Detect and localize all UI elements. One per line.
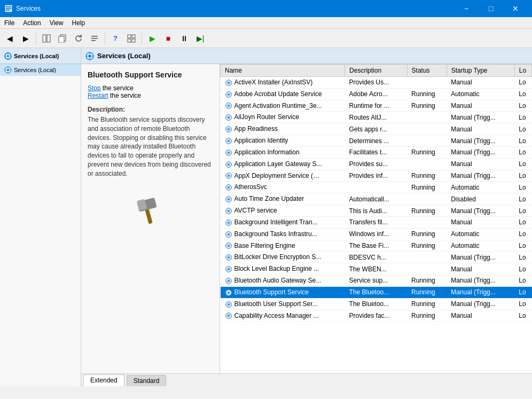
table-row[interactable]: App ReadinessGets apps r...ManualLo bbox=[221, 123, 532, 135]
copy-button[interactable] bbox=[55, 31, 70, 46]
refresh-button[interactable] bbox=[71, 31, 86, 46]
svg-point-47 bbox=[228, 140, 230, 142]
cell-status bbox=[407, 158, 447, 170]
cell-startup: Automatic bbox=[447, 88, 514, 100]
back-button[interactable]: ◀ bbox=[2, 31, 17, 46]
menu-help[interactable]: Help bbox=[68, 17, 90, 28]
cell-name: Application Layer Gateway S... bbox=[221, 158, 345, 170]
cell-lo: Lo bbox=[514, 170, 531, 182]
nav-item-services-local[interactable]: Services (Local) bbox=[0, 64, 81, 76]
table-row[interactable]: AllJoyn Router ServiceRoutes AllJ...Manu… bbox=[221, 112, 532, 123]
cell-description: The Base Fi... bbox=[345, 240, 408, 252]
show-hide-button[interactable] bbox=[39, 31, 54, 46]
table-row[interactable]: Bluetooth Support ServiceThe Bluetoo...R… bbox=[221, 286, 532, 298]
properties-button[interactable] bbox=[87, 31, 102, 46]
cell-lo: Lo bbox=[514, 100, 531, 112]
pause-button[interactable]: ⏸ bbox=[177, 31, 192, 46]
svg-point-45 bbox=[228, 128, 230, 130]
service-gear-icon bbox=[225, 312, 232, 319]
table-row[interactable]: AtherosSvcRunningAutomaticLo bbox=[221, 182, 532, 193]
cell-status: Running bbox=[407, 275, 447, 287]
cell-status: Running bbox=[407, 88, 447, 100]
table-row[interactable]: BitLocker Drive Encryption S...BDESVC h.… bbox=[221, 252, 532, 263]
svg-rect-13 bbox=[128, 39, 131, 42]
col-header-status[interactable]: Status bbox=[407, 65, 447, 77]
window-controls: − □ ✕ bbox=[454, 0, 528, 17]
table-row[interactable]: Bluetooth User Support Ser...The Bluetoo… bbox=[221, 298, 532, 310]
table-row[interactable]: Block Level Backup Engine ...The WBEN...… bbox=[221, 263, 532, 275]
table-row[interactable]: Capability Access Manager ...Provides fa… bbox=[221, 310, 532, 322]
svg-point-51 bbox=[228, 163, 230, 166]
svg-point-53 bbox=[228, 175, 230, 177]
forward-button[interactable]: ▶ bbox=[18, 31, 33, 46]
svg-point-67 bbox=[228, 256, 230, 259]
col-header-name[interactable]: Name bbox=[221, 65, 345, 77]
table-row[interactable]: Application Layer Gateway S...Provides s… bbox=[221, 158, 532, 170]
table-row[interactable]: Background Intelligent Tran...Transfers … bbox=[221, 216, 532, 228]
cell-description: Provides inf... bbox=[345, 170, 408, 182]
restart-link[interactable]: Restart bbox=[88, 92, 108, 99]
detail-title: Bluetooth Support Service bbox=[88, 71, 213, 79]
menu-action[interactable]: Action bbox=[19, 17, 45, 28]
table-row[interactable]: Auto Time Zone UpdaterAutomaticall...Dis… bbox=[221, 193, 532, 205]
col-header-lo[interactable]: Lo bbox=[514, 65, 531, 77]
split-view: Bluetooth Support Service Stop the servi… bbox=[81, 64, 532, 373]
tab-bar: Extended Standard bbox=[81, 373, 532, 386]
cell-description: Service sup... bbox=[345, 275, 408, 287]
col-header-startup[interactable]: Startup Type bbox=[447, 65, 514, 77]
cell-lo: Lo bbox=[514, 298, 531, 310]
table-row[interactable]: Bluetooth Audio Gateway Se...Service sup… bbox=[221, 275, 532, 287]
table-row[interactable]: AVCTP serviceThis is Audi...RunningManua… bbox=[221, 205, 532, 217]
cell-startup: Manual (Trigg... bbox=[447, 135, 514, 147]
cell-startup: Automatic bbox=[447, 228, 514, 240]
stop-link[interactable]: Stop bbox=[88, 84, 101, 92]
stop-button[interactable]: ■ bbox=[161, 31, 176, 46]
svg-rect-5 bbox=[47, 35, 50, 42]
tab-extended[interactable]: Extended bbox=[83, 374, 124, 386]
maximize-button[interactable]: □ bbox=[479, 0, 503, 17]
table-row[interactable]: Base Filtering EngineThe Base Fi...Runni… bbox=[221, 240, 532, 252]
services-table-container[interactable]: Name Description Status Startup Type Lo … bbox=[220, 64, 532, 373]
menu-view[interactable]: View bbox=[45, 17, 68, 28]
help-button[interactable]: ? bbox=[108, 31, 123, 46]
service-gear-icon bbox=[225, 172, 232, 179]
cell-name: Agent Activation Runtime_3e... bbox=[221, 100, 345, 112]
table-row[interactable]: ActiveX Installer (AxInstSV)Provides Us.… bbox=[221, 77, 532, 89]
table-row[interactable]: AppX Deployment Service (…Provides inf..… bbox=[221, 170, 532, 182]
table-row[interactable]: Background Tasks Infrastru...Windows inf… bbox=[221, 228, 532, 240]
cell-lo: Lo bbox=[514, 228, 531, 240]
service-gear-icon bbox=[225, 207, 232, 215]
service-gear-icon bbox=[225, 219, 232, 226]
service-gear-icon bbox=[225, 184, 232, 191]
close-button[interactable]: ✕ bbox=[503, 0, 528, 17]
toggle-view-button[interactable] bbox=[124, 31, 139, 46]
cell-description bbox=[345, 182, 408, 193]
col-header-description[interactable]: Description bbox=[345, 65, 408, 77]
service-gear-icon bbox=[225, 242, 232, 249]
cell-status bbox=[407, 193, 447, 205]
table-row[interactable]: Application InformationFacilitates t...R… bbox=[221, 146, 532, 158]
svg-point-57 bbox=[228, 198, 230, 200]
cell-name: AVCTP service bbox=[221, 205, 345, 217]
nav-item-services-local-label: Services (Local) bbox=[14, 67, 56, 73]
cell-status: Running bbox=[407, 205, 447, 217]
cell-status: Running bbox=[407, 286, 447, 298]
cell-startup: Manual (Trigg... bbox=[447, 112, 514, 123]
restart-button[interactable]: ▶| bbox=[193, 31, 208, 46]
cell-startup: Manual bbox=[447, 158, 514, 170]
separator-3 bbox=[142, 32, 142, 45]
service-gear-icon bbox=[225, 301, 232, 308]
separator-2 bbox=[105, 32, 105, 45]
cell-description: Adobe Acro... bbox=[345, 88, 408, 100]
table-row[interactable]: Application IdentityDetermines ...Manual… bbox=[221, 135, 532, 147]
minimize-button[interactable]: − bbox=[454, 0, 479, 17]
table-row[interactable]: Adobe Acrobat Update ServiceAdobe Acro..… bbox=[221, 88, 532, 100]
service-gear-icon bbox=[225, 102, 232, 109]
tab-standard[interactable]: Standard bbox=[127, 375, 167, 386]
cell-startup: Disabled bbox=[447, 193, 514, 205]
menu-file[interactable]: File bbox=[0, 17, 19, 28]
table-row[interactable]: Agent Activation Runtime_3e...Runtime fo… bbox=[221, 100, 532, 112]
cell-description: Automaticall... bbox=[345, 193, 408, 205]
play-button[interactable]: ▶ bbox=[145, 31, 160, 46]
nav-panel: Services (Local) Services (Local) bbox=[0, 48, 81, 386]
